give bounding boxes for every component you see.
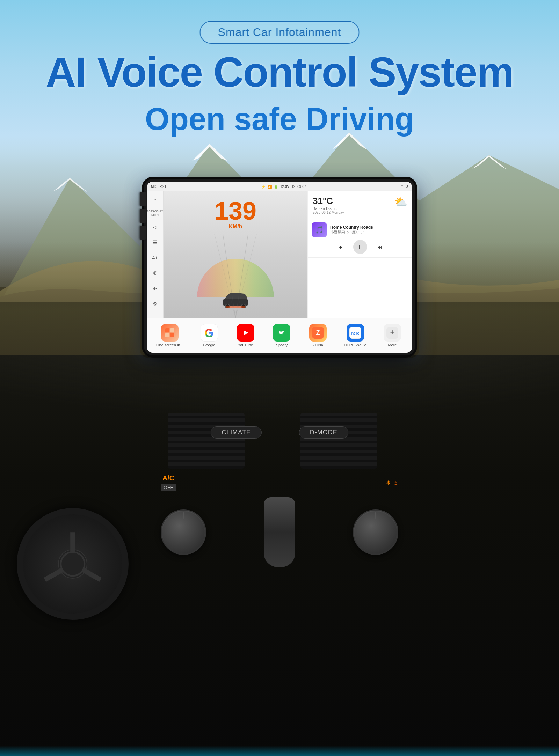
mic-label: MIC	[151, 185, 157, 189]
zlink-icon-svg: Z	[312, 327, 324, 339]
google-icon-svg	[204, 327, 215, 338]
badge-text: Smart Car Infotainment	[218, 26, 341, 38]
status-icon-1: ⎕	[401, 185, 403, 189]
music-artist: 小野鞘弓 (小鹿リサ)	[330, 230, 373, 235]
app-youtube[interactable]: YouTube	[233, 322, 258, 349]
svg-line-16	[235, 234, 248, 318]
spotify-icon	[273, 324, 290, 342]
side-btn-2[interactable]	[140, 209, 146, 223]
svg-point-35	[61, 552, 85, 576]
main-headline: AI Voice Control System	[0, 49, 559, 95]
svg-point-25	[276, 327, 288, 339]
status-icon-2: ↺	[405, 185, 408, 189]
date-display: 2023-06-12 MON	[147, 210, 163, 217]
next-button[interactable]: ⏭	[374, 241, 385, 252]
dmode-button[interactable]: D-MODE	[299, 426, 348, 439]
prev-button[interactable]: ⏮	[335, 241, 346, 252]
svg-text:here: here	[351, 331, 359, 335]
ac-label: A/C	[162, 474, 174, 482]
more-icon: +	[384, 324, 401, 342]
music-title: Home Country Roads	[330, 225, 373, 230]
left-knob[interactable]	[161, 509, 206, 555]
speedometer-panel: 139 KM/h	[164, 191, 307, 318]
bottom-glow	[0, 746, 559, 756]
youtube-label: YouTube	[238, 343, 253, 347]
steering-wheel	[17, 508, 129, 620]
steering-wheel-spokes	[33, 524, 112, 604]
phone-plus-icon[interactable]: 4+	[150, 252, 161, 263]
zlink-icon: Z	[309, 324, 327, 342]
weather-location: Bao an District	[313, 206, 344, 211]
battery-icon: 🔋	[274, 185, 278, 189]
app-here[interactable]: here HERE WeGo	[342, 322, 369, 349]
app-grid: One screen in... Google	[147, 318, 412, 353]
nav-icon[interactable]: ◁	[150, 221, 161, 233]
app-onescreen[interactable]: One screen in...	[154, 322, 186, 349]
onescreen-label: One screen in...	[156, 343, 183, 347]
weather-icon: ⛅	[394, 196, 407, 208]
sub-headline: Open safe Driving	[0, 101, 559, 137]
signal-count: 12	[291, 185, 295, 189]
youtube-icon-svg	[240, 327, 252, 339]
music-thumbnail: 🎵	[312, 222, 327, 237]
google-icon	[201, 324, 218, 342]
svg-rect-20	[170, 328, 174, 332]
music-controls: ⏮ ⏸ ⏭	[312, 240, 408, 254]
fan-icon-1: ❄	[386, 479, 391, 486]
svg-text:Z: Z	[316, 329, 320, 336]
app-zlink[interactable]: Z ZLINK	[305, 322, 331, 349]
phone-icon[interactable]: ✆	[150, 267, 161, 279]
more-label: More	[388, 343, 397, 347]
here-icon: here	[347, 324, 364, 342]
temperature: 31°C	[313, 196, 344, 206]
menu-icon[interactable]: ☰	[150, 237, 161, 248]
fan-icon-2: ♨	[393, 479, 398, 486]
battery-voltage: 12.0V	[280, 185, 289, 189]
vent-right	[300, 413, 377, 469]
app-google[interactable]: Google	[197, 322, 222, 349]
more-icon-svg: +	[386, 327, 398, 339]
infotainment-screen: MIC RST ⚡ 📶 🔋 12.0V 12 09:07 ⎕ ↺ ⌂	[147, 182, 412, 353]
side-btn-1[interactable]	[140, 192, 146, 206]
svg-rect-19	[165, 328, 169, 332]
climate-button[interactable]: CLIMATE	[211, 426, 262, 439]
svg-text:+: +	[390, 328, 395, 337]
ac-status: OFF	[161, 484, 176, 491]
status-bar: MIC RST ⚡ 📶 🔋 12.0V 12 09:07 ⎕ ↺	[147, 182, 412, 191]
here-label: HERE WeGo	[344, 343, 366, 347]
speed-road-lines	[164, 191, 307, 318]
settings-icon[interactable]: ⚙	[150, 298, 161, 309]
home-icon[interactable]: ⌂	[150, 194, 161, 205]
clock-time: 09:07	[297, 185, 306, 189]
here-icon-svg: here	[349, 327, 361, 339]
svg-rect-21	[165, 333, 169, 337]
wifi-icon: 📶	[268, 185, 272, 189]
onescreen-icon	[161, 324, 179, 342]
left-sidebar: ⌂ 2023-06-12 MON ◁ ☰ 4+ ✆ 4- ⚙	[147, 191, 164, 318]
vent-left	[168, 413, 245, 469]
svg-line-15	[223, 234, 235, 318]
ac-controls-area: A/C OFF ❄ ♨	[161, 474, 398, 491]
fan-controls: ❄ ♨	[386, 479, 398, 486]
screen-side-buttons	[140, 192, 146, 240]
top-badge: Smart Car Infotainment	[200, 21, 360, 44]
bt-icon: ⚡	[261, 185, 266, 189]
weather-date: 2023-06-12 Monday	[313, 211, 344, 214]
gear-selector	[264, 497, 295, 567]
app-more[interactable]: + More	[380, 322, 405, 349]
side-btn-3[interactable]	[140, 226, 146, 240]
app-spotify[interactable]: Spotify	[269, 322, 294, 349]
right-knob[interactable]	[353, 509, 398, 555]
google-label: Google	[203, 343, 215, 347]
knobs-area	[161, 497, 398, 567]
status-center: ⚡ 📶 🔋 12.0V 12 09:07	[261, 185, 306, 189]
play-pause-button[interactable]: ⏸	[353, 240, 367, 254]
status-right: ⎕ ↺	[401, 185, 408, 189]
rst-label: RST	[159, 185, 166, 189]
phone-minus-icon[interactable]: 4-	[150, 283, 161, 294]
screen-main-content: ⌂ 2023-06-12 MON ◁ ☰ 4+ ✆ 4- ⚙ 139 KM/h	[147, 191, 412, 318]
mode-buttons-bar: CLIMATE D-MODE	[192, 426, 367, 439]
right-panel: 31°C Bao an District 2023-06-12 Monday ⛅…	[307, 191, 412, 318]
youtube-icon	[237, 324, 254, 342]
weather-card: 31°C Bao an District 2023-06-12 Monday ⛅	[308, 191, 412, 219]
